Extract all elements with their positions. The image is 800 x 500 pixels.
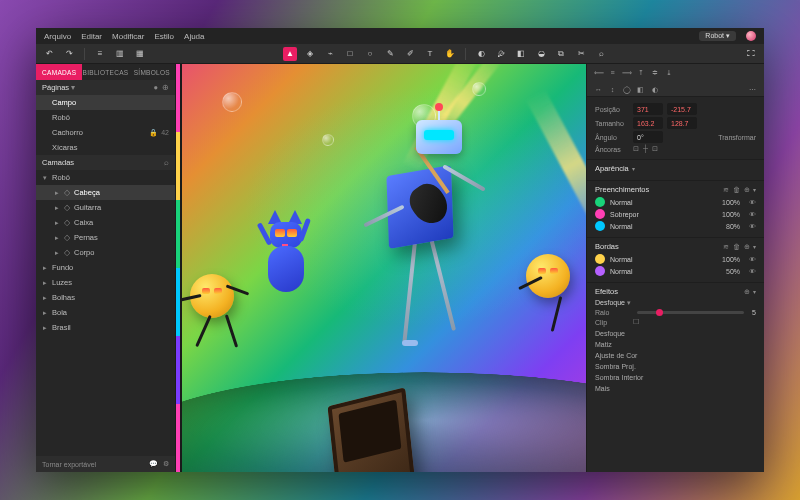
eyedropper-icon[interactable]: ⌮ <box>494 47 508 61</box>
layer-item[interactable]: ▸◇Cabeça <box>36 185 175 200</box>
expand-icon[interactable]: ⛶ <box>744 47 758 61</box>
swatch-icon[interactable] <box>595 266 605 276</box>
effects-header[interactable]: Efeitos ⊕ <box>595 287 756 296</box>
fill-row[interactable]: Sobrepor100%👁 <box>595 209 756 219</box>
swatch-icon[interactable] <box>595 221 605 231</box>
page-item[interactable]: Cachorro🔒42 <box>36 125 175 140</box>
blend-icon[interactable]: ≋ <box>723 243 729 251</box>
layer-item[interactable]: ▸Bola <box>36 305 175 320</box>
align-left-icon[interactable]: ⟸ <box>593 67 604 78</box>
y-field[interactable]: -215.7 <box>667 103 697 115</box>
transform-link[interactable]: Transformar <box>718 134 756 141</box>
borders-header[interactable]: Bordas ≋🗑⊕ <box>595 242 756 251</box>
align-top-icon[interactable]: ⤒ <box>635 67 646 78</box>
settings-icon[interactable]: ⚙ <box>163 460 169 468</box>
layer-item[interactable]: ▸Bolhas <box>36 290 175 305</box>
hamburger-icon[interactable]: ≡ <box>93 47 107 61</box>
add-page-icon[interactable]: ⊕ <box>162 83 169 92</box>
layer-item[interactable]: ▸◇Caixa <box>36 215 175 230</box>
swatch-icon[interactable] <box>595 254 605 264</box>
h-field[interactable]: 128.7 <box>667 117 697 129</box>
align-middle-icon[interactable]: ≑ <box>649 67 660 78</box>
border-row[interactable]: Normal100%👁 <box>595 254 756 264</box>
w-field[interactable]: 163.2 <box>633 117 663 129</box>
border-row[interactable]: Normal50%👁 <box>595 266 756 276</box>
knife-icon[interactable]: ✂ <box>574 47 588 61</box>
pencil-tool-icon[interactable]: ✐ <box>403 47 417 61</box>
menu-item[interactable]: Arquivo <box>44 32 71 41</box>
add-border-icon[interactable]: ⊕ <box>744 243 750 251</box>
lasso-icon[interactable]: ⌁ <box>323 47 337 61</box>
pages-header[interactable]: Páginas▾ ●⊕ <box>36 80 175 95</box>
panel-icon[interactable]: ▥ <box>113 47 127 61</box>
eye-icon[interactable]: 👁 <box>749 199 756 206</box>
add-effect-icon[interactable]: ⊕ <box>744 288 750 296</box>
layer-item[interactable]: ▸◇Corpo <box>36 245 175 260</box>
export-footer[interactable]: Tornar exportável 💬⚙ <box>36 456 175 472</box>
redo-icon[interactable]: ↷ <box>62 47 76 61</box>
crop-icon[interactable]: ⧉ <box>554 47 568 61</box>
menu-item[interactable]: Estilo <box>154 32 174 41</box>
page-item[interactable]: Robô <box>36 110 175 125</box>
appearance-header[interactable]: Aparência <box>595 164 756 173</box>
tab-symbols[interactable]: SÍMBOLOS <box>129 64 175 80</box>
search-icon[interactable]: ⌕ <box>164 158 169 167</box>
anchor-grid-icon[interactable]: ⊡ ┼ ⊡ <box>633 145 659 153</box>
page-item[interactable]: Campo <box>36 95 175 110</box>
user-dropdown[interactable]: Robot ▾ <box>699 31 736 41</box>
effect-item[interactable]: Sombra Interior <box>595 372 756 383</box>
swatch-icon[interactable] <box>595 197 605 207</box>
fill-row[interactable]: Normal80%👁 <box>595 221 756 231</box>
layer-item[interactable]: ▸Fundo <box>36 260 175 275</box>
tab-libraries[interactable]: BIBLIOTECAS <box>82 64 128 80</box>
layer-item[interactable]: ▸Brasil <box>36 320 175 335</box>
trash-icon[interactable]: 🗑 <box>733 186 740 194</box>
x-field[interactable]: 371 <box>633 103 663 115</box>
distribute-v-icon[interactable]: ↕ <box>607 84 618 95</box>
effect-item[interactable]: Desfoque <box>595 328 756 339</box>
align-bottom-icon[interactable]: ⤓ <box>663 67 674 78</box>
effect-item[interactable]: Ajuste de Cor <box>595 350 756 361</box>
fill-tool-icon[interactable]: ◐ <box>474 47 488 61</box>
layer-item[interactable]: ▸◇Pernas <box>36 230 175 245</box>
direct-select-icon[interactable]: ◈ <box>303 47 317 61</box>
distribute-h-icon[interactable]: ↔ <box>593 84 604 95</box>
grid-icon[interactable]: ▦ <box>133 47 147 61</box>
ellipse-tool-icon[interactable]: ○ <box>363 47 377 61</box>
mask-icon[interactable]: ◒ <box>534 47 548 61</box>
align-right-icon[interactable]: ⟹ <box>621 67 632 78</box>
boolean-intersect-icon[interactable]: ◐ <box>649 84 660 95</box>
menu-item[interactable]: Editar <box>81 32 102 41</box>
eye-icon[interactable]: 👁 <box>749 223 756 230</box>
undo-icon[interactable]: ↶ <box>42 47 56 61</box>
boolean-union-icon[interactable]: ◯ <box>621 84 632 95</box>
fill-row[interactable]: Normal100%👁 <box>595 197 756 207</box>
menu-item[interactable]: Modificar <box>112 32 144 41</box>
zoom-icon[interactable]: ⌕ <box>594 47 608 61</box>
add-fill-icon[interactable]: ⊕ <box>744 186 750 194</box>
layers-header[interactable]: Camadas ⌕ <box>36 155 175 170</box>
rect-tool-icon[interactable]: □ <box>343 47 357 61</box>
canvas-area[interactable] <box>176 64 586 472</box>
blend-icon[interactable]: ≋ <box>723 186 729 194</box>
effect-item[interactable]: Matiz <box>595 339 756 350</box>
angle-field[interactable]: 0° <box>633 131 663 143</box>
eye-icon[interactable]: 👁 <box>749 211 756 218</box>
boolean-subtract-icon[interactable]: ◧ <box>635 84 646 95</box>
align-center-icon[interactable]: ≡ <box>607 67 618 78</box>
radius-slider[interactable] <box>637 311 744 314</box>
comment-icon[interactable]: 💬 <box>149 460 158 468</box>
menu-item[interactable]: Ajuda <box>184 32 204 41</box>
more-icon[interactable]: ⋯ <box>747 84 758 95</box>
gradient-icon[interactable]: ◧ <box>514 47 528 61</box>
effect-item[interactable]: Sombra Proj. <box>595 361 756 372</box>
pen-tool-icon[interactable]: ✎ <box>383 47 397 61</box>
layer-item[interactable]: ▸Luzes <box>36 275 175 290</box>
avatar[interactable] <box>746 31 756 41</box>
fills-header[interactable]: Preenchimentos ≋🗑⊕ <box>595 185 756 194</box>
trash-icon[interactable]: 🗑 <box>733 243 740 251</box>
page-item[interactable]: Xícaras <box>36 140 175 155</box>
move-tool-icon[interactable]: ▲ <box>283 47 297 61</box>
layer-item[interactable]: ▸◇Guitarra <box>36 200 175 215</box>
eye-icon[interactable]: 👁 <box>749 268 756 275</box>
